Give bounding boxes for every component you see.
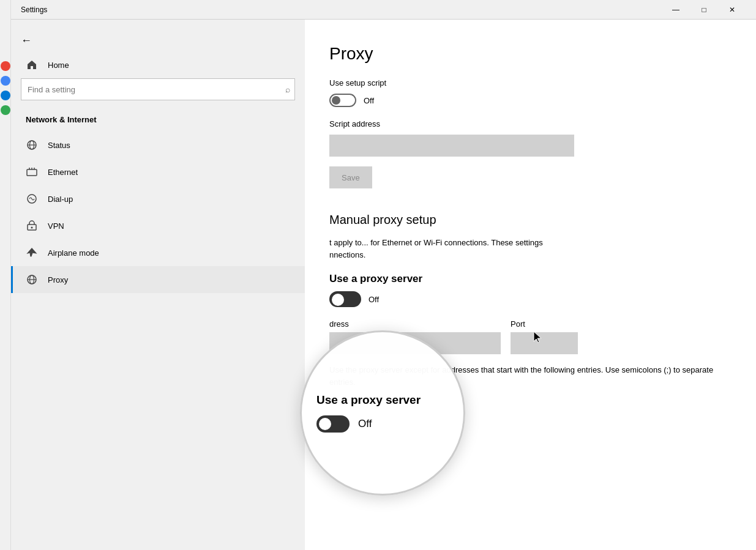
gmail-icon [1, 61, 10, 71]
magnifier-overlay: Use a proxy server Off [300, 330, 465, 496]
left-edge-strip [0, 0, 11, 550]
title-bar: Settings — □ ✕ [11, 0, 756, 20]
ethernet-icon [26, 166, 38, 178]
window-controls: — □ ✕ [662, 0, 746, 20]
port-label: Port [511, 319, 578, 329]
sidebar-item-dialup[interactable]: Dial-up [11, 185, 305, 212]
sidebar-item-airplane[interactable]: Airplane mode [11, 239, 305, 266]
close-button[interactable]: ✕ [718, 0, 746, 20]
port-input[interactable] [511, 332, 578, 354]
use-proxy-server-title: Use a proxy server [329, 273, 732, 285]
magnifier-toggle-label: Off [358, 418, 372, 430]
proxy-icon [26, 273, 38, 286]
sidebar-item-ethernet-label: Ethernet [48, 168, 78, 177]
script-address-input[interactable] [329, 135, 574, 157]
svg-rect-3 [27, 169, 37, 176]
proxy-server-toggle-row: Off [329, 291, 732, 307]
proxy-server-toggle-label: Off [369, 295, 379, 304]
manual-proxy-title: Manual proxy setup [329, 213, 732, 227]
magnifier-proxy-title: Use a proxy server [316, 393, 421, 407]
app-icon-1 [1, 91, 10, 100]
vpn-icon [26, 220, 38, 232]
minimize-button[interactable]: — [662, 0, 690, 20]
magnifier-content: Use a proxy server Off [302, 375, 463, 451]
status-icon [26, 139, 38, 151]
home-label: Home [48, 61, 69, 70]
sidebar-item-airplane-label: Airplane mode [48, 248, 99, 258]
magnifier-toggle-knob [319, 418, 331, 430]
section-title: Network & Internet [11, 113, 305, 132]
port-field-group: Port [511, 319, 578, 354]
setup-script-toggle[interactable] [329, 94, 356, 107]
sidebar: ← Home ⌕ Network & Internet [11, 20, 305, 550]
sidebar-item-home[interactable]: Home [11, 51, 305, 78]
sidebar-item-status-label: Status [48, 141, 70, 150]
setup-script-toggle-label: Off [364, 96, 374, 105]
manual-proxy-description: t apply to... for Ethernet or Wi-Fi conn… [329, 237, 721, 261]
magnifier-proxy-toggle[interactable] [316, 415, 350, 433]
sidebar-item-vpn[interactable]: VPN [11, 212, 305, 239]
proxy-server-toggle-knob [332, 294, 344, 306]
back-arrow[interactable]: ← [21, 34, 32, 47]
sidebar-item-dialup-label: Dial-up [48, 195, 73, 204]
airplane-icon [26, 247, 38, 259]
setup-script-toggle-knob [332, 96, 340, 105]
sidebar-item-vpn-label: VPN [48, 221, 64, 231]
app-icon-2 [1, 105, 10, 115]
chrome-icon [1, 76, 10, 86]
address-label: dress [329, 319, 501, 329]
window-title: Settings [21, 6, 47, 14]
script-address-label: Script address [329, 119, 732, 128]
setup-script-toggle-row: Off [329, 94, 732, 107]
dialup-icon [26, 193, 38, 205]
page-title: Proxy [329, 44, 732, 64]
save-button[interactable]: Save [329, 166, 372, 188]
sidebar-item-proxy-label: Proxy [48, 275, 68, 284]
home-icon [26, 59, 38, 71]
use-setup-script-label: Use setup script [329, 78, 732, 87]
search-input[interactable] [21, 78, 295, 100]
sidebar-item-proxy[interactable]: Proxy [11, 266, 305, 293]
maximize-button[interactable]: □ [690, 0, 718, 20]
search-box: ⌕ [21, 78, 295, 100]
sidebar-item-ethernet[interactable]: Ethernet [11, 158, 305, 185]
svg-point-9 [31, 227, 33, 229]
magnifier-toggle-row: Off [316, 415, 372, 433]
search-icon: ⌕ [285, 84, 290, 94]
proxy-server-toggle[interactable] [329, 291, 361, 307]
sidebar-item-status[interactable]: Status [11, 132, 305, 158]
